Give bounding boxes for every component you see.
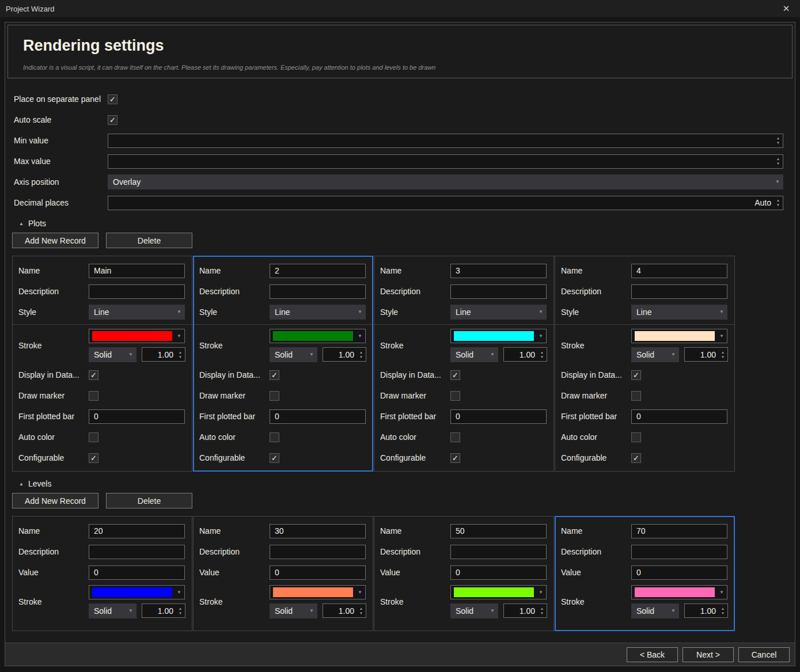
level-record-card[interactable]: Name Description Value Stroke ▼ Solid ▼	[193, 516, 373, 631]
configurable-checkbox[interactable]	[270, 453, 279, 463]
levels-delete-button[interactable]: Delete	[106, 493, 192, 508]
plot-name-input[interactable]	[450, 264, 547, 278]
spin-down-icon[interactable]: ▼	[179, 355, 182, 359]
level-value-input[interactable]	[89, 565, 185, 580]
spin-down-icon[interactable]: ▼	[721, 355, 725, 359]
plot-stroke-width-stepper[interactable]: 1.00 ▲ ▼	[684, 347, 728, 362]
level-value-input[interactable]	[270, 565, 366, 580]
stroke-width-spinner[interactable]: ▲ ▼	[719, 351, 727, 359]
configurable-checkbox[interactable]	[89, 453, 98, 463]
plot-stroke-width-stepper[interactable]: 1.00 ▲ ▼	[323, 347, 366, 362]
stroke-width-spinner[interactable]: ▲ ▼	[719, 607, 727, 615]
level-stroke-style-dropdown[interactable]: Solid ▼	[631, 603, 679, 618]
plot-stroke-style-dropdown[interactable]: Solid ▼	[631, 347, 679, 362]
axis-position-dropdown[interactable]: Overlay ▼	[108, 174, 783, 189]
plot-style-dropdown[interactable]: Line ▼	[631, 305, 727, 320]
draw-marker-checkbox[interactable]	[450, 391, 460, 401]
plot-description-input[interactable]	[631, 284, 727, 299]
draw-marker-checkbox[interactable]	[270, 391, 279, 401]
plot-description-input[interactable]	[270, 284, 366, 299]
level-value-input[interactable]	[450, 565, 547, 580]
stroke-width-spinner[interactable]: ▲ ▼	[177, 607, 185, 615]
level-stroke-width-stepper[interactable]: 1.00 ▲ ▼	[503, 603, 547, 618]
plots-delete-button[interactable]: Delete	[106, 233, 192, 248]
spin-up-icon[interactable]: ▲	[179, 351, 182, 354]
spin-down-icon[interactable]: ▼	[776, 162, 780, 165]
level-stroke-style-dropdown[interactable]: Solid ▼	[450, 603, 498, 618]
level-stroke-width-stepper[interactable]: 1.00 ▲ ▼	[142, 603, 185, 618]
auto-color-checkbox[interactable]	[89, 432, 98, 442]
cancel-button[interactable]: Cancel	[738, 647, 790, 662]
spin-down-icon[interactable]: ▼	[776, 203, 780, 207]
configurable-checkbox[interactable]	[631, 453, 641, 463]
level-description-input[interactable]	[631, 545, 727, 559]
stroke-width-spinner[interactable]: ▲ ▼	[358, 351, 366, 359]
min-value-input[interactable]: ▲ ▼	[108, 134, 783, 148]
spin-up-icon[interactable]: ▲	[359, 607, 363, 610]
spin-down-icon[interactable]: ▼	[359, 612, 363, 615]
spin-down-icon[interactable]: ▼	[776, 141, 780, 145]
display-in-data-checkbox[interactable]	[89, 370, 98, 380]
level-name-input[interactable]	[89, 524, 185, 538]
plot-record-card[interactable]: Name Description Style Line ▼ Stroke ▼	[193, 256, 373, 472]
plot-name-input[interactable]	[631, 264, 727, 278]
plot-stroke-width-stepper[interactable]: 1.00 ▲ ▼	[503, 347, 547, 362]
spin-down-icon[interactable]: ▼	[540, 355, 544, 359]
draw-marker-checkbox[interactable]	[631, 391, 641, 401]
spin-down-icon[interactable]: ▼	[721, 612, 725, 615]
first-plotted-bar-input[interactable]	[89, 409, 185, 424]
plot-name-input[interactable]	[270, 264, 366, 278]
levels-section-header[interactable]: ▲ Levels	[19, 478, 795, 489]
level-stroke-color-picker[interactable]: ▼	[89, 585, 185, 599]
plot-record-card[interactable]: Name Description Style Line ▼ Stroke ▼	[374, 256, 554, 472]
plot-stroke-width-stepper[interactable]: 1.00 ▲ ▼	[142, 347, 185, 362]
plot-description-input[interactable]	[89, 284, 185, 299]
close-icon[interactable]: ✕	[778, 2, 794, 16]
level-description-input[interactable]	[89, 545, 185, 559]
plots-add-new-record-button[interactable]: Add New Record	[12, 233, 98, 248]
level-stroke-style-dropdown[interactable]: Solid ▼	[270, 603, 317, 618]
plot-description-input[interactable]	[450, 284, 547, 299]
level-stroke-color-picker[interactable]: ▼	[631, 585, 727, 599]
level-record-card[interactable]: Name Description Value Stroke ▼ Solid ▼	[555, 516, 735, 631]
spin-up-icon[interactable]: ▲	[721, 351, 725, 354]
spin-down-icon[interactable]: ▼	[359, 355, 363, 359]
configurable-checkbox[interactable]	[450, 453, 460, 463]
spin-up-icon[interactable]: ▲	[776, 157, 780, 161]
plots-section-header[interactable]: ▲ Plots	[19, 218, 795, 229]
level-stroke-color-picker[interactable]: ▼	[450, 585, 547, 599]
plot-record-card[interactable]: Name Description Style Line ▼ Stroke ▼	[12, 256, 192, 472]
draw-marker-checkbox[interactable]	[89, 391, 98, 401]
plot-style-dropdown[interactable]: Line ▼	[270, 305, 366, 320]
spin-up-icon[interactable]: ▲	[776, 199, 780, 202]
auto-color-checkbox[interactable]	[270, 432, 279, 442]
spin-down-icon[interactable]: ▼	[540, 612, 544, 615]
spin-up-icon[interactable]: ▲	[179, 607, 182, 610]
level-name-input[interactable]	[270, 524, 366, 538]
level-description-input[interactable]	[270, 545, 366, 559]
level-stroke-width-stepper[interactable]: 1.00 ▲ ▼	[323, 603, 366, 618]
back-button[interactable]: < Back	[627, 647, 678, 662]
stroke-width-spinner[interactable]: ▲ ▼	[177, 351, 185, 359]
decimal-places-input[interactable]: Auto ▲ ▼	[108, 196, 783, 210]
plot-name-input[interactable]	[89, 264, 185, 278]
display-in-data-checkbox[interactable]	[270, 370, 279, 380]
plot-style-dropdown[interactable]: Line ▼	[89, 305, 185, 320]
first-plotted-bar-input[interactable]	[631, 409, 727, 424]
min-value-spinner[interactable]: ▲ ▼	[775, 136, 783, 145]
stroke-width-spinner[interactable]: ▲ ▼	[539, 351, 547, 359]
plot-stroke-color-picker[interactable]: ▼	[631, 329, 727, 343]
level-name-input[interactable]	[631, 524, 727, 538]
stroke-width-spinner[interactable]: ▲ ▼	[539, 607, 547, 615]
max-value-input[interactable]: ▲ ▼	[108, 154, 783, 169]
spin-up-icon[interactable]: ▲	[776, 136, 780, 140]
level-stroke-color-picker[interactable]: ▼	[270, 585, 366, 599]
display-in-data-checkbox[interactable]	[450, 370, 460, 380]
first-plotted-bar-input[interactable]	[450, 409, 547, 424]
plot-stroke-color-picker[interactable]: ▼	[89, 329, 185, 343]
plot-stroke-color-picker[interactable]: ▼	[270, 329, 366, 343]
plot-stroke-style-dropdown[interactable]: Solid ▼	[450, 347, 498, 362]
stroke-width-spinner[interactable]: ▲ ▼	[358, 607, 366, 615]
level-description-input[interactable]	[450, 545, 547, 559]
auto-color-checkbox[interactable]	[450, 432, 460, 442]
